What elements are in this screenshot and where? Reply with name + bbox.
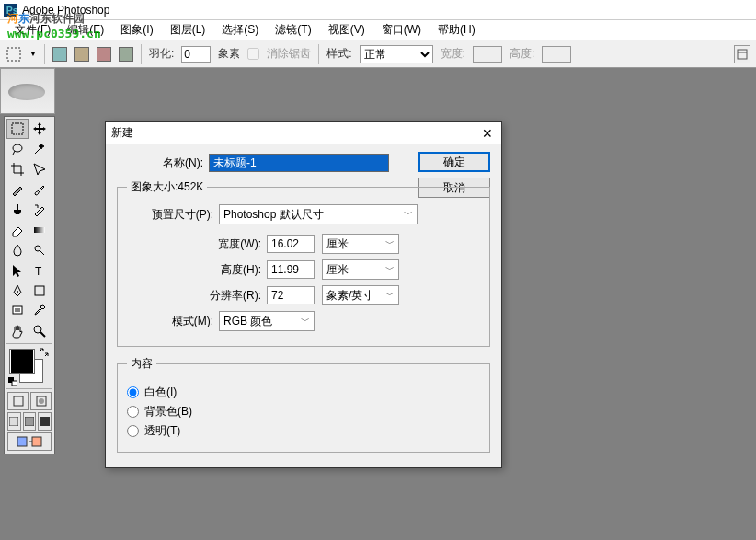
screen-full-menu-icon[interactable]	[23, 412, 37, 431]
screen-full-icon[interactable]	[38, 412, 52, 431]
resolution-unit-select[interactable]: 象素/英寸﹀	[322, 285, 399, 305]
zoom-tool[interactable]	[29, 321, 51, 341]
menu-select[interactable]: 选择(S)	[214, 20, 266, 40]
menu-edit[interactable]: 编辑(E)	[60, 20, 111, 40]
gradient-tool[interactable]	[29, 220, 51, 240]
default-colors-icon[interactable]	[8, 377, 17, 386]
doc-height-input[interactable]	[267, 260, 315, 279]
ok-button[interactable]: 确定	[418, 152, 490, 172]
crop-tool[interactable]	[6, 159, 29, 179]
dialog-titlebar[interactable]: 新建 ✕	[106, 122, 501, 144]
notes-tool[interactable]	[6, 301, 29, 321]
history-brush-tool[interactable]	[29, 200, 51, 220]
height-unit-select[interactable]: 厘米﹀	[322, 259, 399, 280]
window-titlebar: Ps Adobe Photoshop	[0, 0, 756, 20]
toolbox: T	[4, 116, 55, 454]
close-icon[interactable]: ✕	[479, 125, 496, 142]
dodge-tool[interactable]	[29, 240, 51, 260]
pen-tool[interactable]	[6, 281, 29, 301]
slice-tool[interactable]	[29, 159, 51, 179]
style-label: 样式:	[326, 46, 351, 62]
svg-point-20	[39, 398, 44, 404]
width-label: 宽度:	[441, 46, 465, 62]
menu-help[interactable]: 帮助(H)	[430, 20, 483, 40]
width-unit-select[interactable]: 厘米﹀	[322, 234, 399, 254]
content-legend: 内容	[127, 356, 156, 372]
brush-tool[interactable]	[29, 179, 51, 200]
mode-label: 模式(M):	[127, 314, 213, 329]
dialog-title: 新建	[111, 125, 133, 141]
standard-mode-icon[interactable]	[7, 392, 29, 410]
clone-stamp-tool[interactable]	[6, 200, 29, 220]
menu-view[interactable]: 视图(V)	[321, 20, 372, 40]
svg-point-6	[13, 144, 22, 152]
selection-intersect-icon[interactable]	[119, 47, 133, 62]
svg-rect-5	[12, 123, 23, 134]
svg-rect-18	[14, 396, 23, 406]
magic-wand-tool[interactable]	[29, 139, 51, 159]
menu-file[interactable]: 文件(F)	[7, 20, 58, 40]
chevron-down-icon: ﹀	[301, 315, 310, 327]
doc-height-label: 高度(H):	[127, 262, 261, 278]
transparent-radio[interactable]	[127, 425, 139, 437]
chevron-down-icon[interactable]: ▼	[29, 50, 37, 58]
selection-add-icon[interactable]	[74, 47, 89, 62]
name-label: 名称(N):	[117, 155, 203, 171]
preset-select[interactable]: Photoshop 默认尺寸 ﹀	[219, 204, 418, 224]
move-tool[interactable]	[29, 119, 51, 139]
mode-select[interactable]: RGB 颜色﹀	[219, 311, 315, 331]
preset-label: 预置尺寸(P):	[127, 207, 213, 223]
swap-colors-icon[interactable]	[40, 348, 49, 357]
blur-tool[interactable]	[6, 240, 29, 260]
feather-label: 羽化:	[149, 46, 174, 62]
bgcolor-label: 背景色(B)	[144, 404, 192, 419]
menu-layer[interactable]: 图层(L)	[163, 20, 213, 40]
lasso-tool[interactable]	[6, 139, 29, 159]
doc-width-input[interactable]	[267, 235, 315, 253]
path-select-tool[interactable]	[6, 260, 29, 281]
image-size-legend: 图象大小:452K	[127, 179, 207, 195]
jump-to-imageready-icon[interactable]	[7, 432, 52, 451]
eyedropper-tool[interactable]	[29, 301, 51, 321]
shape-tool[interactable]	[29, 281, 51, 301]
color-swatches	[6, 348, 52, 386]
antialias-label: 消除锯齿	[267, 46, 311, 62]
healing-brush-tool[interactable]	[6, 179, 29, 200]
width-input	[473, 46, 502, 63]
menu-image[interactable]: 图象(I)	[113, 20, 160, 40]
style-select[interactable]: 正常	[360, 45, 433, 63]
selection-new-icon[interactable]	[52, 47, 67, 62]
svg-point-10	[17, 291, 18, 293]
svg-rect-24	[17, 437, 27, 446]
options-bar: ▼ 羽化: 象素 消除锯齿 样式: 正常 宽度: 高度:	[0, 40, 756, 68]
svg-point-8	[35, 246, 40, 251]
name-input[interactable]	[209, 154, 389, 172]
document-thumbnail[interactable]	[0, 68, 55, 114]
svg-rect-3	[738, 50, 747, 59]
hand-tool[interactable]	[6, 321, 29, 341]
screen-standard-icon[interactable]	[7, 412, 21, 431]
menu-bar: 文件(F) 编辑(E) 图象(I) 图层(L) 选择(S) 滤镜(T) 视图(V…	[0, 20, 756, 40]
selection-subtract-icon[interactable]	[97, 47, 111, 62]
white-label: 白色(I)	[144, 385, 177, 400]
chevron-down-icon: ﹀	[385, 237, 395, 250]
chevron-down-icon: ﹀	[385, 263, 395, 276]
bgcolor-radio[interactable]	[127, 406, 139, 418]
quickmask-mode-icon[interactable]	[30, 392, 52, 410]
menu-filter[interactable]: 滤镜(T)	[268, 20, 318, 40]
svg-rect-23	[40, 417, 50, 426]
antialias-checkbox	[247, 48, 259, 60]
white-radio[interactable]	[127, 386, 139, 398]
feather-input[interactable]	[181, 46, 211, 63]
eraser-tool[interactable]	[6, 220, 29, 240]
new-document-dialog: 新建 ✕ 确定 取消 名称(N): 图象大小:452K 预置尺寸(P): Pho…	[105, 121, 502, 468]
type-tool[interactable]: T	[29, 260, 51, 281]
marquee-tool[interactable]	[6, 119, 29, 139]
menu-window[interactable]: 窗口(W)	[374, 20, 429, 40]
image-size-fieldset: 图象大小:452K 预置尺寸(P): Photoshop 默认尺寸 ﹀ 宽度(W…	[117, 179, 490, 347]
marquee-tool-icon	[6, 46, 22, 63]
palette-well-icon[interactable]	[734, 45, 750, 63]
resolution-input[interactable]	[267, 286, 315, 304]
foreground-color-swatch[interactable]	[10, 350, 34, 373]
chevron-down-icon: ﹀	[385, 289, 395, 302]
